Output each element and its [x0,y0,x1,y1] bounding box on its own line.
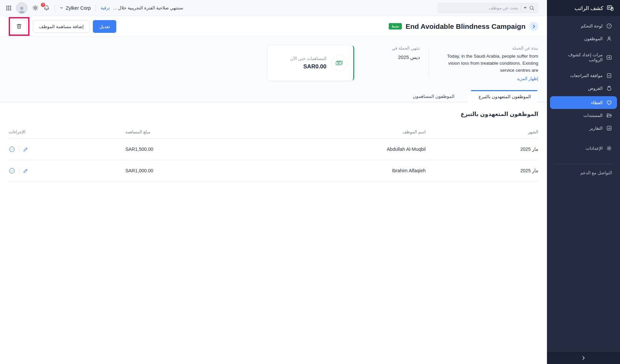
campaign-about: نبذة عن الحملة Today, in the Saudi Arabi… [438,46,538,81]
bar-chart-icon [606,125,612,131]
sidebar-item-documents[interactable]: المستندات [547,109,620,122]
header-actions: تعديل إضافة مساهمة الموظف [9,17,116,36]
sidebar-collapse-button[interactable] [547,352,620,364]
sidebar-item-reports[interactable]: التقارير [547,122,620,134]
topbar-divider [55,4,55,12]
title-group: End Avoidable Blindness Campaign نشط [389,22,538,31]
trial-banner: ستنتهي صلاحية الفترة التجريبية خلال ... … [101,5,183,10]
contributions-text: المساهمات حتى الآن SAR0.00 [274,56,326,70]
table-row: مار 2025 Abdullah Al-Muqbil SAR1,500.00 [9,139,538,160]
app-grid-button[interactable] [6,5,11,11]
sidebar-item-contact-support[interactable]: التواصل مع الدعم [547,168,620,178]
loans-icon [606,85,612,91]
add-contribution-button[interactable]: إضافة مساهمة الموظف [33,20,89,33]
delete-button[interactable] [11,20,27,33]
search-divider [521,5,521,11]
contributions-card: المساهمات حتى الآن SAR0.00 [268,46,354,80]
trial-text: ستنتهي صلاحية الفترة التجريبية خلال ... [113,5,183,10]
tab-pledged-employees[interactable]: الموظفون المتعهدون بالتبرع [472,90,538,102]
org-selector[interactable]: Zylker Corp [60,5,91,11]
sidebar-item-loans[interactable]: القروض [547,82,620,95]
col-amount: مبلغ المساهمة [125,129,206,134]
heart-icon [606,100,612,106]
pencil-icon [23,146,28,152]
folder-icon [606,113,612,118]
campaign-info-row: نبذة عن الحملة Today, in the Saudi Arabi… [0,46,547,81]
app-title: كشف الراتب [574,5,603,11]
edit-row-button[interactable] [23,168,28,174]
table-row: مار 2025 Ibrahim Alfaqieh SAR1,000.00 [9,160,538,182]
cell-month: مار 2025 [426,146,538,152]
notifications-button[interactable]: 7 [43,5,50,11]
pencil-icon [23,168,28,174]
approvals-icon [606,73,612,78]
app-logo: كشف الراتب [547,0,620,16]
topbar-cluster: ستنتهي صلاحية الفترة التجريبية خلال ... … [6,2,183,14]
chevron-right-icon [532,24,536,28]
search-icon [529,5,535,11]
sidebar-divider [553,164,614,164]
page-title: End Avoidable Blindness Campaign [406,22,525,31]
user-avatar[interactable] [16,2,27,14]
tab-contributing-employees[interactable]: الموظفون المساهمون [413,90,455,102]
ellipsis-circle-icon [9,168,15,174]
contributions-label: المساهمات حتى الآن [274,56,326,61]
search-scope-caret-icon[interactable] [524,7,526,9]
more-actions-button[interactable] [9,168,15,174]
gear-icon [606,145,612,151]
edit-button[interactable]: تعديل [93,20,116,33]
pledged-employees-section: الموظفون المتعهدون بالتبرع الشهر اسم الم… [0,111,547,195]
col-employee: اسم الموظف [206,129,426,134]
search-input[interactable] [441,5,518,10]
cell-employee: Ibrahim Alfaqieh [206,168,426,173]
info-divider [429,47,429,78]
chevron-down-icon [60,6,63,10]
edit-row-button[interactable] [23,146,28,152]
settings-button[interactable] [32,5,39,11]
employee-search[interactable] [438,3,538,13]
contributions-value: SAR0.00 [274,63,326,70]
cell-amount: SAR1,000.00 [125,168,206,173]
upgrade-link[interactable]: ترقية [101,5,110,10]
payroll-logo-icon [607,4,614,12]
campaign-end-date: تنتهي الحملة في ديس 2025 [382,46,420,60]
campaign-description: Today, in the Saudi Arabia, people suffe… [438,53,538,74]
sidebar-item-approvals[interactable]: موافقة المراجعات [547,69,620,82]
sidebar-nav: لوحة التحكم الموظفون مرات إعداد كشوف الر… [547,16,620,178]
ellipsis-circle-icon [9,146,15,153]
cell-actions [9,167,125,174]
sidebar-item-employees[interactable]: الموظفون [547,32,620,45]
page-header: End Avoidable Blindness Campaign نشط تعد… [0,16,547,37]
contributions-table: الشهر اسم الموظف مبلغ المساهمة الإجراءات… [9,125,538,182]
org-name: Zylker Corp [66,5,91,11]
ends-value: ديس 2025 [382,55,420,60]
actions-divider [19,146,19,153]
cell-month: مار 2025 [426,168,538,173]
cell-employee: Abdullah Al-Muqbil [206,146,426,152]
col-month: الشهر [426,129,538,134]
tab-bar: الموظفون المتعهدون بالتبرع الموظفون المس… [0,90,547,102]
dashboard-icon [606,23,612,29]
table-header-row: الشهر اسم الموظف مبلغ المساهمة الإجراءات [9,125,538,139]
actions-divider [19,167,19,174]
main-content: End Avoidable Blindness Campaign نشط تعد… [0,16,547,364]
sidebar-item-dashboard[interactable]: لوحة التحكم [547,19,620,32]
topbar: ستنتهي صلاحية الفترة التجريبية خلال ... … [0,0,547,16]
show-more-link[interactable]: إظهار المزيد [517,76,538,81]
campaign-info-section: نبذة عن الحملة Today, in the Saudi Arabi… [0,37,547,102]
trash-icon [16,23,22,29]
about-label: نبذة عن الحملة [438,46,538,51]
chevron-right-icon [581,356,586,360]
topbar-divider [96,4,96,12]
ends-label: تنتهي الحملة في [382,46,420,51]
more-actions-button[interactable] [9,146,15,153]
col-actions: الإجراءات [9,129,125,134]
gear-icon [32,5,39,11]
sidebar-item-pay-runs[interactable]: مرات إعداد كشوف الرواتب [547,51,620,64]
sidebar-item-settings[interactable]: الإعدادات [547,142,620,155]
annotation-highlight-box [9,17,29,36]
sidebar-item-giving[interactable]: العطاء [550,96,617,109]
app-sidebar: كشف الراتب لوحة التحكم الموظفون [547,0,620,364]
apps-grid-icon [6,5,11,11]
back-button[interactable] [529,22,538,31]
